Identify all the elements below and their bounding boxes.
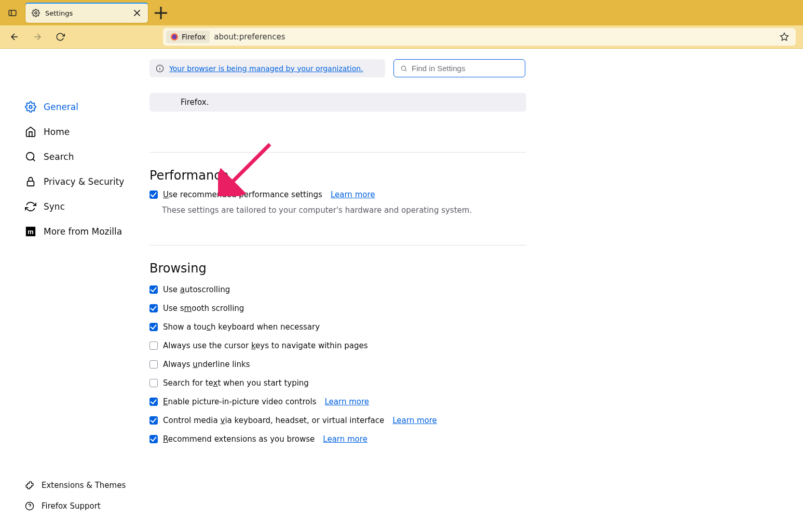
browsing-checkbox-3[interactable] <box>149 342 158 350</box>
gear-icon <box>32 9 40 17</box>
category-search[interactable]: Search <box>0 144 140 169</box>
nav-toolbar: Firefox about:preferences <box>0 25 803 49</box>
browsing-checkbox-8[interactable] <box>149 435 158 443</box>
perf-desc: These settings are tailored to your comp… <box>162 206 803 215</box>
svg-rect-0 <box>9 10 16 16</box>
browsing-label: Enable picture-in-picture video controls <box>163 397 316 406</box>
divider <box>149 245 526 245</box>
bottom-link-label: Firefox Support <box>42 501 101 511</box>
learn-more-link[interactable]: Learn more <box>323 434 368 444</box>
bookmark-star-button[interactable] <box>776 29 793 45</box>
new-tab-button[interactable] <box>153 5 169 21</box>
browsing-label: Always underline links <box>163 360 250 369</box>
browsing-checkbox-0[interactable] <box>149 285 158 294</box>
browsing-label: Show a touch keyboard when necessary <box>163 322 320 332</box>
browsing-row: Show a touch keyboard when necessary <box>149 322 803 332</box>
search-icon <box>400 65 407 72</box>
category-general[interactable]: General <box>0 94 140 119</box>
browsing-checkbox-5[interactable] <box>149 379 158 387</box>
category-label: Sync <box>44 201 65 212</box>
preferences-content: GeneralHomeSearchPrivacy & SecuritySyncm… <box>0 49 803 532</box>
browsing-label: Recommend extensions as you browse <box>163 434 315 444</box>
url-text: about:preferences <box>214 32 285 42</box>
category-more[interactable]: mMore from Mozilla <box>0 219 140 244</box>
support-icon <box>25 501 34 511</box>
browsing-checkbox-1[interactable] <box>149 304 158 312</box>
category-label: Search <box>44 152 74 162</box>
back-button[interactable] <box>6 29 23 45</box>
recommended-perf-checkbox[interactable] <box>149 190 158 199</box>
learn-more-link[interactable]: Learn more <box>392 416 437 425</box>
browsing-row: Recommend extensions as you browseLearn … <box>149 434 803 444</box>
home-icon <box>25 126 36 138</box>
privacy-icon <box>25 176 36 187</box>
browsing-checkbox-4[interactable] <box>149 360 158 369</box>
category-sync[interactable]: Sync <box>0 194 140 219</box>
browsing-label: Control media via keyboard, headset, or … <box>163 416 384 425</box>
browsing-label: Always use the cursor keys to navigate w… <box>163 341 368 350</box>
category-privacy[interactable]: Privacy & Security <box>0 169 140 194</box>
url-bar[interactable]: Firefox about:preferences <box>163 28 796 46</box>
tab-title: Settings <box>45 9 127 17</box>
identity-label: Firefox <box>182 33 206 41</box>
info-card-text: Firefox. <box>181 98 209 107</box>
identity-box[interactable]: Firefox <box>166 31 210 43</box>
svg-point-11 <box>26 153 34 160</box>
perf-learn-more-link[interactable]: Learn more <box>331 190 375 199</box>
bottom-link-extensions[interactable]: Extensions & Themes <box>0 475 140 496</box>
forward-button[interactable] <box>29 29 46 45</box>
svg-line-12 <box>33 159 35 161</box>
category-label: Home <box>44 127 70 137</box>
browsing-row: Always use the cursor keys to navigate w… <box>149 341 803 350</box>
browsing-checkbox-6[interactable] <box>149 398 158 406</box>
svg-line-22 <box>405 70 407 71</box>
category-label: More from Mozilla <box>44 226 122 237</box>
performance-heading: Performance <box>149 168 803 183</box>
browsing-label: Use autoscrolling <box>163 285 230 294</box>
svg-rect-13 <box>28 181 34 186</box>
category-label: Privacy & Security <box>44 176 124 187</box>
settings-search-input[interactable] <box>412 64 519 73</box>
svg-point-21 <box>401 66 405 70</box>
info-icon <box>156 64 164 73</box>
general-icon <box>25 101 36 113</box>
svg-text:m: m <box>28 228 33 236</box>
policy-link[interactable]: Your browser is being managed by your or… <box>169 64 363 73</box>
browsing-row: Control media via keyboard, headset, or … <box>149 416 803 425</box>
bottom-link-label: Extensions & Themes <box>42 481 126 490</box>
divider <box>149 152 526 153</box>
browsing-row: Enable picture-in-picture video controls… <box>149 397 803 406</box>
sidebar-panel-icon[interactable] <box>4 5 21 21</box>
svg-point-2 <box>35 12 37 14</box>
search-icon <box>25 151 36 162</box>
category-home[interactable]: Home <box>0 119 140 144</box>
browsing-heading: Browsing <box>149 261 803 276</box>
browsing-label: Use smooth scrolling <box>163 304 244 313</box>
browsing-row: Use smooth scrolling <box>149 304 803 313</box>
extensions-icon <box>25 481 34 490</box>
preferences-main: Your browser is being managed by your or… <box>140 49 803 532</box>
settings-search[interactable] <box>393 59 525 77</box>
category-label: General <box>44 102 78 112</box>
categories-sidebar: GeneralHomeSearchPrivacy & SecuritySyncm… <box>0 49 140 532</box>
browsing-checkbox-7[interactable] <box>149 416 158 425</box>
reload-button[interactable] <box>52 29 69 45</box>
browsing-row: Search for text when you start typing <box>149 378 803 388</box>
browser-tab-settings[interactable]: Settings <box>25 3 148 23</box>
svg-point-20 <box>159 66 160 67</box>
browsing-row: Always underline links <box>149 360 803 369</box>
recommended-perf-row: Use recommended performance settings Lea… <box>149 190 803 199</box>
svg-point-10 <box>29 105 32 108</box>
policy-banner: Your browser is being managed by your or… <box>149 59 385 77</box>
tab-close-button[interactable] <box>132 8 142 18</box>
firefox-icon <box>170 33 179 41</box>
recommended-perf-label: Use recommended performance settings <box>163 190 322 199</box>
info-card: Firefox. <box>149 93 526 112</box>
more-icon: m <box>25 226 36 237</box>
bottom-link-support[interactable]: Firefox Support <box>0 496 140 516</box>
learn-more-link[interactable]: Learn more <box>324 397 369 406</box>
svg-point-8 <box>172 35 177 39</box>
titlebar: Settings <box>0 0 803 25</box>
browsing-checkbox-2[interactable] <box>149 323 158 331</box>
browsing-row: Use autoscrolling <box>149 285 803 294</box>
